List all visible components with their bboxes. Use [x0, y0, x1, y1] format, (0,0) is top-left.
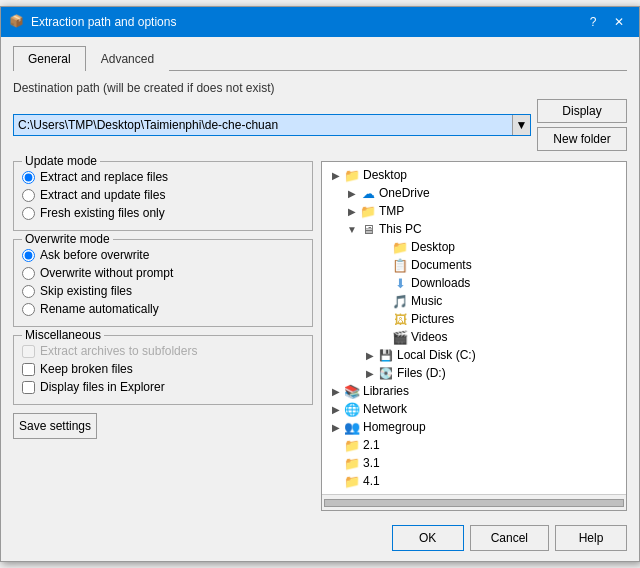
expander-downloads	[376, 275, 392, 291]
overwrite-skip-existing[interactable]: Skip existing files	[22, 284, 304, 298]
tree-item-documents[interactable]: 📋 Documents	[326, 256, 622, 274]
tree-label-music: Music	[411, 294, 442, 308]
file-tree-panel: ▶ 📁 Desktop ▶ ☁ OneDrive ▶ 📁 TMP	[321, 161, 627, 511]
update-mode-fresh-existing[interactable]: Fresh existing files only	[22, 206, 304, 220]
expander-tmp[interactable]: ▶	[344, 203, 360, 219]
expander-4-1	[328, 473, 344, 489]
tree-item-filed[interactable]: ▶ 💽 Files (D:)	[326, 364, 622, 382]
tree-item-libraries[interactable]: ▶ 📚 Libraries	[326, 382, 622, 400]
folder-icon-videos: 🎬	[392, 329, 408, 345]
tree-label-homegroup: Homegroup	[363, 420, 426, 434]
close-title-button[interactable]: ✕	[607, 12, 631, 32]
tree-item-thispc[interactable]: ▼ 🖥 This PC	[326, 220, 622, 238]
expander-homegroup[interactable]: ▶	[328, 419, 344, 435]
expander-2-1	[328, 437, 344, 453]
tree-item-music[interactable]: 🎵 Music	[326, 292, 622, 310]
update-mode-extract-update-label: Extract and update files	[40, 188, 165, 202]
tree-label-pictures: Pictures	[411, 312, 454, 326]
expander-network[interactable]: ▶	[328, 401, 344, 417]
expander-music	[376, 293, 392, 309]
overwrite-ask-before-label: Ask before overwrite	[40, 248, 149, 262]
tree-label-4-1: 4.1	[363, 474, 380, 488]
overwrite-without-prompt[interactable]: Overwrite without prompt	[22, 266, 304, 280]
folder-icon-desktop: 📁	[344, 167, 360, 183]
expander-libraries[interactable]: ▶	[328, 383, 344, 399]
tree-label-downloads: Downloads	[411, 276, 470, 290]
tabs: General Advanced	[13, 45, 627, 71]
destination-input-wrap: ▼	[13, 114, 531, 136]
new-folder-button[interactable]: New folder	[537, 127, 627, 151]
folder-icon-desktop-pc: 📁	[392, 239, 408, 255]
expander-documents	[376, 257, 392, 273]
title-bar: 📦 Extraction path and options ? ✕	[1, 7, 639, 37]
misc-keep-broken-label: Keep broken files	[40, 362, 133, 376]
misc-keep-broken[interactable]: Keep broken files	[22, 362, 304, 376]
cancel-button[interactable]: Cancel	[470, 525, 549, 551]
dialog-footer: OK Cancel Help	[1, 519, 639, 561]
tree-item-tmp[interactable]: ▶ 📁 TMP	[326, 202, 622, 220]
tree-item-downloads[interactable]: ⬇ Downloads	[326, 274, 622, 292]
file-tree-scroll[interactable]: ▶ 📁 Desktop ▶ ☁ OneDrive ▶ 📁 TMP	[322, 162, 626, 494]
tree-item-localc[interactable]: ▶ 💾 Local Disk (C:)	[326, 346, 622, 364]
tree-item-desktop-pc[interactable]: 📁 Desktop	[326, 238, 622, 256]
update-mode-fresh-existing-label: Fresh existing files only	[40, 206, 165, 220]
tree-item-4-1[interactable]: 📁 4.1	[326, 472, 622, 490]
misc-display-explorer[interactable]: Display files in Explorer	[22, 380, 304, 394]
tree-item-videos[interactable]: 🎬 Videos	[326, 328, 622, 346]
overwrite-rename-auto[interactable]: Rename automatically	[22, 302, 304, 316]
tree-label-videos: Videos	[411, 330, 447, 344]
tree-item-3-1[interactable]: 📁 3.1	[326, 454, 622, 472]
expander-3-1	[328, 455, 344, 471]
save-settings-button[interactable]: Save settings	[13, 413, 97, 439]
update-mode-group: Update mode Extract and replace files Ex…	[13, 161, 313, 231]
tree-label-onedrive: OneDrive	[379, 186, 430, 200]
tree-item-2-1[interactable]: 📁 2.1	[326, 436, 622, 454]
overwrite-ask-before[interactable]: Ask before overwrite	[22, 248, 304, 262]
destination-dropdown-arrow[interactable]: ▼	[512, 115, 530, 135]
ok-button[interactable]: OK	[392, 525, 464, 551]
folder-icon-pictures: 🖼	[392, 311, 408, 327]
display-button[interactable]: Display	[537, 99, 627, 123]
miscellaneous-content: Extract archives to subfolders Keep brok…	[22, 344, 304, 394]
overwrite-skip-existing-label: Skip existing files	[40, 284, 132, 298]
expander-localc[interactable]: ▶	[362, 347, 378, 363]
expander-thispc[interactable]: ▼	[344, 221, 360, 237]
network-icon: 🌐	[344, 401, 360, 417]
tree-horizontal-scrollbar[interactable]	[322, 494, 626, 510]
tree-item-homegroup[interactable]: ▶ 👥 Homegroup	[326, 418, 622, 436]
folder-icon-tmp: 📁	[360, 203, 376, 219]
miscellaneous-group: Miscellaneous Extract archives to subfol…	[13, 335, 313, 405]
folder-icon-documents: 📋	[392, 257, 408, 273]
tree-item-onedrive[interactable]: ▶ ☁ OneDrive	[326, 184, 622, 202]
folder-icon-downloads: ⬇	[392, 275, 408, 291]
expander-onedrive[interactable]: ▶	[344, 185, 360, 201]
tab-advanced[interactable]: Advanced	[86, 46, 169, 71]
misc-extract-subfolders-label: Extract archives to subfolders	[40, 344, 197, 358]
tree-label-filed: Files (D:)	[397, 366, 446, 380]
main-area: Update mode Extract and replace files Ex…	[13, 161, 627, 511]
help-button[interactable]: Help	[555, 525, 627, 551]
title-buttons: ? ✕	[581, 12, 631, 32]
tree-item-pictures[interactable]: 🖼 Pictures	[326, 310, 622, 328]
overwrite-mode-group: Overwrite mode Ask before overwrite Over…	[13, 239, 313, 327]
update-mode-extract-update[interactable]: Extract and update files	[22, 188, 304, 202]
drive-icon-c: 💾	[378, 347, 394, 363]
destination-row: ▼ Display New folder	[13, 99, 627, 151]
destination-input[interactable]	[14, 115, 512, 135]
expander-desktop[interactable]: ▶	[328, 167, 344, 183]
update-mode-extract-replace[interactable]: Extract and replace files	[22, 170, 304, 184]
drive-icon-d: 💽	[378, 365, 394, 381]
folder-icon-music: 🎵	[392, 293, 408, 309]
tab-general[interactable]: General	[13, 46, 86, 71]
tree-label-libraries: Libraries	[363, 384, 409, 398]
destination-label: Destination path (will be created if doe…	[13, 81, 627, 95]
tree-item-network[interactable]: ▶ 🌐 Network	[326, 400, 622, 418]
tree-label-desktop: Desktop	[363, 168, 407, 182]
destination-buttons: Display New folder	[537, 99, 627, 151]
expander-filed[interactable]: ▶	[362, 365, 378, 381]
update-mode-label: Update mode	[22, 154, 100, 168]
tree-item-desktop[interactable]: ▶ 📁 Desktop	[326, 166, 622, 184]
misc-extract-subfolders[interactable]: Extract archives to subfolders	[22, 344, 304, 358]
misc-display-explorer-label: Display files in Explorer	[40, 380, 165, 394]
help-title-button[interactable]: ?	[581, 12, 605, 32]
